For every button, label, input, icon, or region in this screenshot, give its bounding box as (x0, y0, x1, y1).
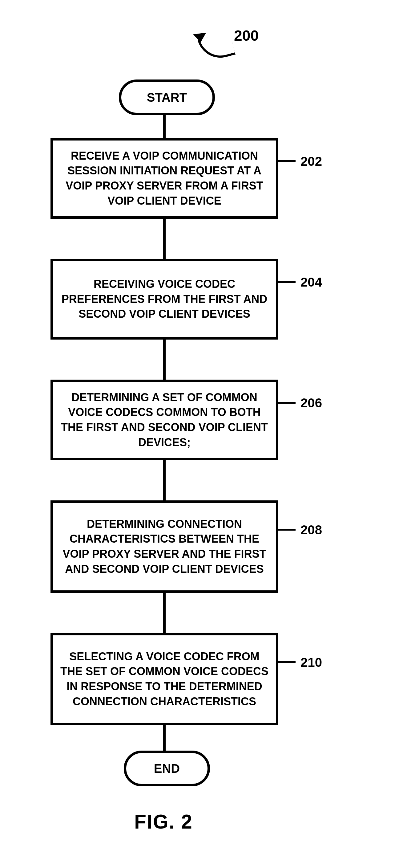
step-number-210: 210 (300, 655, 322, 670)
step-number-206: 206 (300, 396, 322, 410)
connector (163, 725, 166, 751)
step-box-204: RECEIVING VOICE CODEC PREFERENCES FROM T… (51, 259, 278, 340)
figure-caption: FIG. 2 (134, 810, 193, 833)
step-box-202: RECEIVE A VOIP COMMUNICATION SESSION INI… (51, 138, 278, 219)
start-label: START (147, 91, 187, 104)
flowchart-figure: 200 START RECEIVE A VOIP COMMUNICATION S… (0, 0, 399, 868)
connector (163, 593, 166, 633)
lead-line (278, 281, 296, 283)
lead-line (278, 402, 296, 404)
step-text: DETERMINING CONNECTION CHARACTERISTICS B… (59, 517, 270, 577)
step-text: RECEIVE A VOIP COMMUNICATION SESSION INI… (59, 149, 270, 208)
end-label: END (154, 762, 180, 776)
step-box-208: DETERMINING CONNECTION CHARACTERISTICS B… (51, 500, 278, 593)
end-terminator: END (124, 751, 210, 786)
step-number-202: 202 (300, 154, 322, 169)
connector (163, 460, 166, 500)
start-terminator: START (119, 80, 215, 115)
connector (163, 340, 166, 380)
step-text: SELECTING A VOICE CODEC FROM THE SET OF … (59, 649, 270, 709)
connector (163, 219, 166, 259)
figure-reference-number: 200 (234, 27, 259, 44)
step-number-208: 208 (300, 523, 322, 537)
step-box-210: SELECTING A VOICE CODEC FROM THE SET OF … (51, 633, 278, 725)
lead-line (278, 661, 296, 663)
step-text: DETERMINING A SET OF COMMON VOICE CODECS… (59, 390, 270, 450)
step-text: RECEIVING VOICE CODEC PREFERENCES FROM T… (59, 277, 270, 322)
step-number-204: 204 (300, 275, 322, 290)
lead-line (278, 529, 296, 531)
step-box-206: DETERMINING A SET OF COMMON VOICE CODECS… (51, 380, 278, 460)
lead-line (278, 160, 296, 162)
connector (163, 113, 166, 138)
